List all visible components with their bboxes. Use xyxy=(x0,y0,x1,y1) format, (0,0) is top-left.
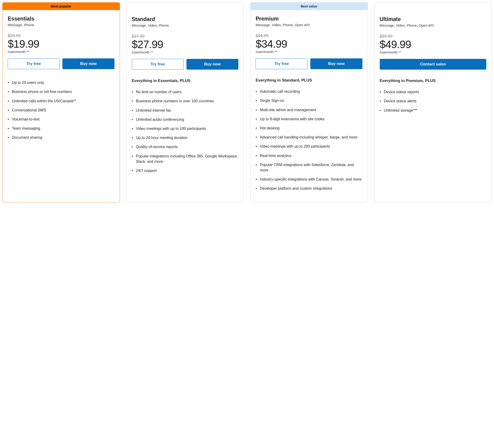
feature-item: Unlimited audio conferencing xyxy=(132,117,239,122)
feature-list: Device status reportsDevice status alert… xyxy=(380,89,486,117)
feature-item: Video meetings with up to 200 participan… xyxy=(256,144,362,149)
feature-item: Popular CRM integrations with Salesforce… xyxy=(256,162,362,173)
plan-body: PremiumMessage, Video, Phone, Open API$4… xyxy=(250,10,368,202)
buy-now-button[interactable]: Buy now xyxy=(186,59,238,70)
plan-body: UltimateMessage, Video, Phone, Open API$… xyxy=(375,11,492,124)
plan-old-price: $37.99 xyxy=(132,34,239,39)
plan-cta-row: Try freeBuy now xyxy=(8,58,114,69)
plan-per-unit: /user/month ** xyxy=(132,50,239,54)
plan-price: $19.99 xyxy=(8,38,114,49)
feature-item: Developer platform and custom integratio… xyxy=(256,186,362,191)
feature-item: Video meetings with up to 100 participan… xyxy=(132,126,239,131)
try-free-button[interactable]: Try free xyxy=(132,59,184,70)
feature-item: 24/7 support xyxy=(132,168,239,173)
feature-list: Up to 20 users onlyBusiness phone or tol… xyxy=(8,80,114,144)
feature-item: Voicemail-to-text xyxy=(8,117,114,122)
contact-sales-button[interactable]: Contact sales xyxy=(380,59,486,70)
plan-name: Ultimate xyxy=(380,16,486,23)
badge-spacer xyxy=(375,2,492,11)
plan-plus-heading: Everything in Premium, PLUS xyxy=(380,78,486,83)
badge-best-value: Best value xyxy=(250,2,368,10)
plan-cta-row: Try freeBuy now xyxy=(132,59,239,70)
feature-item: Quality-of-service reports xyxy=(132,144,239,149)
feature-item: Single Sign-on xyxy=(256,98,362,103)
plan-price: $49.99 xyxy=(380,39,486,50)
plan-price: $27.99 xyxy=(132,39,239,50)
plan-per-unit: /user/month ** xyxy=(8,50,114,54)
plan-name: Essentials xyxy=(8,16,114,22)
plan-body: EssentialsMessage, Phone$29.99$19.99/use… xyxy=(2,10,120,151)
plan-card-standard: StandardMessage, Video, Phone$37.99$27.9… xyxy=(126,2,244,202)
buy-now-button[interactable]: Buy now xyxy=(310,58,362,69)
feature-item: Hot desking xyxy=(256,125,362,131)
try-free-button[interactable]: Try free xyxy=(8,58,60,69)
plan-old-price: $29.99 xyxy=(8,33,114,38)
feature-item: Up to 20 users only xyxy=(8,80,114,85)
plan-subtitle: Message, Video, Phone, Open API xyxy=(256,23,362,27)
feature-item: Device status alerts xyxy=(380,98,486,104)
feature-item: Unlimited storage*** xyxy=(380,108,486,113)
feature-item: Device status reports xyxy=(380,89,486,95)
feature-item: Up to 8-digit extensions with site codes xyxy=(256,116,362,122)
plan-name: Premium xyxy=(256,16,362,22)
plan-old-price: $44.99 xyxy=(256,33,362,38)
plan-subtitle: Message, Video, Phone, Open API xyxy=(380,23,486,27)
plan-card-essentials: Most popularEssentialsMessage, Phone$29.… xyxy=(2,2,120,202)
plan-subtitle: Message, Video, Phone xyxy=(132,23,239,27)
feature-item: Automatic call recording xyxy=(256,89,362,94)
feature-item: Business phone or toll-free numbers xyxy=(8,89,114,94)
plan-name: Standard xyxy=(132,16,239,23)
feature-item: Multi-site admin and management xyxy=(256,107,362,113)
spacer xyxy=(8,78,114,80)
feature-item: Industry-specific integrations with Canv… xyxy=(256,177,362,182)
feature-item: Unlimited internet fax xyxy=(132,108,239,113)
plan-plus-heading: Everything in Essentials, PLUS xyxy=(132,78,239,83)
plan-card-ultimate: UltimateMessage, Video, Phone, Open API$… xyxy=(374,2,492,202)
plan-per-unit: /user/month ** xyxy=(380,50,486,54)
feature-item: Up to 24-hour meeting duration xyxy=(132,135,239,140)
feature-item: Team messaging xyxy=(8,126,114,131)
plan-price: $34.99 xyxy=(256,38,362,49)
plan-old-price: $59.99 xyxy=(380,34,486,39)
try-free-button[interactable]: Try free xyxy=(256,58,308,69)
badge-spacer xyxy=(127,2,244,11)
plan-card-premium: Best valuePremiumMessage, Video, Phone, … xyxy=(250,2,368,202)
pricing-grid: Most popularEssentialsMessage, Phone$29.… xyxy=(2,2,492,202)
feature-list: Automatic call recordingSingle Sign-onMu… xyxy=(256,89,362,195)
badge-most-popular: Most popular xyxy=(2,2,120,10)
plan-cta-row: Try freeBuy now xyxy=(256,58,362,69)
feature-item: Conversational SMS xyxy=(8,108,114,113)
plan-cta-row: Contact sales xyxy=(380,59,486,70)
feature-item: Advanced call handling including whisper… xyxy=(256,134,362,140)
plan-per-unit: /user/month ** xyxy=(256,50,362,54)
buy-now-button[interactable]: Buy now xyxy=(62,58,114,69)
plan-plus-heading: Everything in Standard, PLUS xyxy=(256,78,362,83)
feature-item: Unlimited calls within the US/Canada** xyxy=(8,98,114,104)
feature-item: Real-time analytics xyxy=(256,153,362,158)
feature-item: Business phone numbers in over 100 count… xyxy=(132,98,239,104)
feature-list: No limit on number of usersBusiness phon… xyxy=(132,89,239,177)
feature-item: Popular integrations including Office 36… xyxy=(132,154,239,164)
feature-item: Document sharing xyxy=(8,135,114,140)
plan-body: StandardMessage, Video, Phone$37.99$27.9… xyxy=(127,11,244,184)
plan-subtitle: Message, Phone xyxy=(8,23,114,27)
feature-item: No limit on number of users xyxy=(132,89,239,95)
